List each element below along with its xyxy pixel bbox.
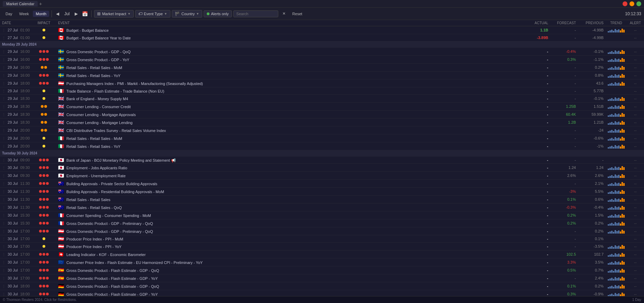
search-input[interactable] [233,10,278,17]
event-cell[interactable]: 🇦🇺 Building Approvals - Private Sector B… [56,180,523,188]
table-row[interactable]: ⋮ 30 Jul 17:00 🇦🇹 Gross Domestic Product… [0,227,644,235]
alert-cell[interactable]: -- [627,211,644,219]
table-row[interactable]: ⋮ 30 Jul 17:00 🇪🇸 Gross Domestic Product… [0,274,644,282]
table-row[interactable]: ⋮ 29 Jul 16:00 🇸🇪 Gross Domestic Product… [0,48,644,56]
alert-cell[interactable]: -- [627,235,644,243]
event-cell[interactable]: 🇯🇵 Employment - Jobs Applicants Ratio [56,164,523,172]
event-cell[interactable]: 🇦🇺 Building Approvals - Residential Buil… [56,188,523,196]
event-cell[interactable]: 🇨🇦 Budget - Budget Balance [56,26,523,34]
event-cell[interactable]: 🇨🇭 Leading Indicator - KOF - Economic Ba… [56,250,523,258]
alert-cell[interactable]: -- [627,203,644,211]
table-row[interactable]: ⋮ 30 Jul 11:30 🇦🇺 Building Approvals - P… [0,180,644,188]
event-cell[interactable]: 🇸🇪 Gross Domestic Product - GDP - YoY [56,56,523,64]
alert-cell[interactable]: -- [627,72,644,79]
alert-cell[interactable]: -- [627,87,644,95]
table-row[interactable]: ⋮ 29 Jul 18:00 🇦🇹 Purchasing Managers In… [0,79,644,87]
alerts-only-toggle[interactable]: Alerts only [204,10,232,17]
event-cell[interactable]: 🇪🇸 Gross Domestic Product - Flash Estima… [56,274,523,282]
event-cell[interactable]: 🇮🇹 Trade Balance - Flash Estimate - Trad… [56,87,523,95]
event-cell[interactable]: 🇩🇪 Gross Domestic Product - Flash Estima… [56,290,523,296]
event-cell[interactable]: 🇪🇺 Consumer Price Index - Flash Estimate… [56,258,523,266]
table-row[interactable]: ⋮ 27 Jul 01:00 🇨🇦 Budget - Budget Balanc… [0,34,644,41]
table-row[interactable]: ⋮ 30 Jul 11:30 🇦🇺 Retail Sales - Retail … [0,196,644,203]
table-row[interactable]: ⋮ 30 Jul 17:00 🇨🇭 Leading Indicator - KO… [0,250,644,258]
table-row[interactable]: ⋮ 29 Jul 18:30 🇬🇧 Consumer Lending - Mor… [0,111,644,119]
alert-cell[interactable]: -- [627,111,644,119]
table-row[interactable]: ⋮ 30 Jul 17:00 🇦🇹 Producer Price Index -… [0,243,644,250]
alert-cell[interactable]: -- [627,274,644,282]
table-row[interactable]: ⋮ 30 Jul 18:00 🇩🇪 Gross Domestic Product… [0,282,644,290]
alert-cell[interactable]: -- [627,64,644,72]
event-cell[interactable]: 🇦🇹 Purchasing Managers Index - PMI - Mar… [56,79,523,87]
week-view-button[interactable]: Week [17,11,32,17]
month-view-button[interactable]: Month [33,11,49,17]
event-cell[interactable]: 🇬🇧 Consumer Lending - Consumer Credit [56,103,523,111]
alert-cell[interactable]: -- [627,172,644,180]
alert-cell[interactable]: -- [627,219,644,227]
country-dropdown[interactable]: 🏴 Country ▼ [172,10,202,18]
event-type-dropdown[interactable]: 🏷 Event Type ▼ [135,10,170,18]
prev-month-button[interactable]: ◀ [54,10,61,17]
alert-cell[interactable]: -- [627,164,644,172]
alert-cell[interactable]: -- [627,258,644,266]
event-cell[interactable]: 🇦🇹 Gross Domestic Product - GDP - Prelim… [56,227,523,235]
event-cell[interactable]: 🇮🇹 Retail Sales - Retail Sales - YoY [56,142,523,150]
close-button[interactable] [623,1,627,6]
alert-cell[interactable]: -- [627,126,644,134]
alert-cell[interactable]: -- [627,34,644,41]
event-cell[interactable]: 🇮🇹 Retail Sales - Retail Sales - MoM [56,134,523,142]
table-row[interactable]: ⋮ 30 Jul 17:00 🇪🇺 Consumer Price Index -… [0,258,644,266]
alert-cell[interactable]: -- [627,243,644,250]
event-cell[interactable]: 🇫🇷 Consumer Spending - Consumer Spending… [56,211,523,219]
event-cell[interactable]: 🇦🇹 Producer Price Index - PPI - YoY [56,243,523,250]
table-row[interactable]: ⋮ 29 Jul 20:00 🇮🇹 Retail Sales - Retail … [0,134,644,142]
alert-cell[interactable]: -- [627,134,644,142]
maximize-button[interactable] [636,1,641,6]
event-cell[interactable]: 🇫🇷 Gross Domestic Product - GDP - Prelim… [56,219,523,227]
table-row[interactable]: ⋮ 30 Jul 18:00 🇩🇪 Gross Domestic Product… [0,290,644,296]
table-row[interactable]: ⋮ 29 Jul 16:00 🇸🇪 Retail Sales - Retail … [0,72,644,79]
next-month-button[interactable]: ▶ [73,10,80,17]
table-row[interactable]: ⋮ 30 Jul 09:30 🇯🇵 Employment - Jobs Appl… [0,164,644,172]
table-row[interactable]: ⋮ 29 Jul 18:30 🇬🇧 Consumer Lending - Mor… [0,119,644,126]
table-row[interactable]: ⋮ 29 Jul 16:00 🇸🇪 Retail Sales - Retail … [0,64,644,72]
table-row[interactable]: ⋮ 29 Jul 20:00 🇬🇧 CBI Distributive Trade… [0,126,644,134]
market-impact-dropdown[interactable]: ⊞ Market Impact ▼ [94,10,134,18]
alert-cell[interactable]: -- [627,79,644,87]
event-cell[interactable]: 🇬🇧 Consumer Lending - Mortgage Approvals [56,111,523,119]
table-row[interactable]: ⋮ 30 Jul 15:30 🇫🇷 Gross Domestic Product… [0,219,644,227]
alert-cell[interactable]: -- [627,196,644,203]
event-cell[interactable]: 🇦🇺 Retail Sales - Retail Sales [56,196,523,203]
calendar-picker-button[interactable]: 📅 [81,10,89,18]
event-cell[interactable]: 🇸🇪 Retail Sales - Retail Sales - MoM [56,64,523,72]
event-cell[interactable]: 🇬🇧 Consumer Lending - Mortgage Lending [56,119,523,126]
alert-cell[interactable]: -- [627,180,644,188]
table-row[interactable]: ⋮ 29 Jul 16:00 🇸🇪 Gross Domestic Product… [0,56,644,64]
event-cell[interactable]: 🇪🇸 Gross Domestic Product - Flash Estima… [56,266,523,274]
clear-search-button[interactable]: ✕ [280,10,288,17]
day-view-button[interactable]: Day [3,11,15,17]
table-row[interactable]: ⋮ 29 Jul 20:00 🇮🇹 Retail Sales - Retail … [0,142,644,150]
alert-cell[interactable]: -- [627,95,644,103]
alert-cell[interactable]: -- [627,290,644,296]
table-row[interactable]: ⋮ 30 Jul 11:30 🇦🇺 Building Approvals - R… [0,188,644,196]
table-row[interactable]: ⋮ 30 Jul 09:00 🇯🇵 Bank of Japan - BOJ Mo… [0,157,644,164]
event-cell[interactable]: 🇬🇧 Bank of England - Money Supply M4 [56,95,523,103]
alert-cell[interactable]: -- [627,188,644,196]
table-row[interactable]: ⋮ 29 Jul 18:00 🇮🇹 Trade Balance - Flash … [0,87,644,95]
event-cell[interactable]: 🇬🇧 CBI Distributive Trades Survey - Reta… [56,126,523,134]
table-row[interactable]: ⋮ 30 Jul 17:00 🇦🇹 Producer Price Index -… [0,235,644,243]
event-cell[interactable]: 🇯🇵 Bank of Japan - BOJ Monetary Policy M… [56,157,523,164]
table-row[interactable]: ⋮ 29 Jul 18:30 🇬🇧 Consumer Lending - Con… [0,103,644,111]
alert-cell[interactable]: -- [627,56,644,64]
table-row[interactable]: ⋮ 27 Jul 01:00 🇨🇦 Budget - Budget Balanc… [0,26,644,34]
titlebar-tab[interactable]: Market Calendar [3,1,38,7]
alert-cell[interactable]: -- [627,48,644,56]
event-cell[interactable]: 🇨🇦 Budget - Budget Balance Year to Date [56,34,523,41]
alert-cell[interactable]: -- [627,119,644,126]
table-row[interactable]: ⋮ 29 Jul 18:30 🇬🇧 Bank of England - Mone… [0,95,644,103]
table-row[interactable]: ⋮ 30 Jul 09:30 🇯🇵 Employment - Unemploym… [0,172,644,180]
alert-cell[interactable]: -- [627,26,644,34]
alert-cell[interactable]: -- [627,157,644,164]
alert-cell[interactable]: -- [627,142,644,150]
